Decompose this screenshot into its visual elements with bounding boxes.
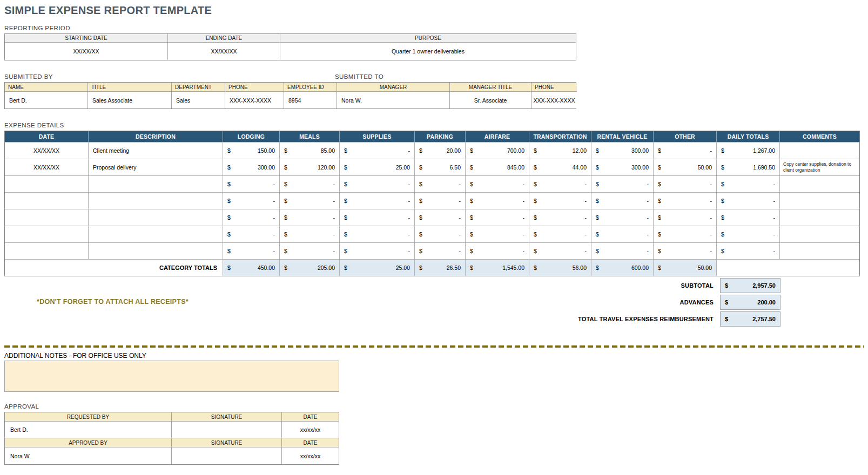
expense-date-cell[interactable]	[5, 175, 89, 192]
starting-date-cell[interactable]: XX/XX/XX	[5, 43, 168, 60]
expense-comments-cell[interactable]	[780, 226, 859, 242]
expense-rental-cell[interactable]: $-	[591, 175, 654, 192]
expense-comments-cell[interactable]	[780, 209, 859, 226]
expense-supplies-cell[interactable]: $-	[340, 209, 415, 226]
expense-rental-cell[interactable]: $-	[591, 209, 654, 226]
expense-other-cell[interactable]: $-	[654, 142, 717, 159]
expense-other-cell[interactable]: $-	[654, 242, 717, 259]
expense-daily-total-cell[interactable]: $-	[717, 175, 780, 192]
expense-transportation-cell[interactable]: $-	[529, 192, 591, 209]
expense-rental-cell[interactable]: $-	[591, 226, 654, 242]
expense-description-cell[interactable]	[89, 242, 223, 259]
expense-transportation-cell[interactable]: $-	[529, 242, 591, 259]
expense-comments-cell[interactable]	[780, 142, 859, 159]
expense-meals-cell[interactable]: $-	[280, 192, 340, 209]
expense-date-cell[interactable]	[5, 192, 89, 209]
employee-id-cell[interactable]: 8954	[284, 92, 337, 108]
expense-airfare-cell[interactable]: $700.00	[466, 142, 529, 159]
expense-parking-cell[interactable]: $-	[415, 209, 466, 226]
ending-date-cell[interactable]: XX/XX/XX	[168, 43, 280, 60]
expense-other-cell[interactable]: $50.00	[654, 159, 717, 175]
expense-transportation-cell[interactable]: $-	[529, 175, 591, 192]
approved-by-signature-cell[interactable]	[172, 447, 282, 464]
approved-by-name-cell[interactable]: Nora W.	[5, 447, 172, 464]
expense-supplies-cell[interactable]: $25.00	[340, 159, 415, 175]
expense-meals-cell[interactable]: $120.00	[280, 159, 340, 175]
expense-daily-total-cell[interactable]: $-	[717, 242, 780, 259]
expense-date-cell[interactable]: XX/XX/XX	[5, 159, 89, 175]
expense-parking-cell[interactable]: $-	[415, 192, 466, 209]
manager-cell[interactable]: Nora W.	[337, 92, 450, 108]
expense-lodging-cell[interactable]: $300.00	[223, 159, 280, 175]
expense-airfare-cell[interactable]: $-	[466, 175, 529, 192]
expense-rental-cell[interactable]: $-	[591, 242, 654, 259]
expense-other-cell[interactable]: $-	[654, 175, 717, 192]
expense-transportation-cell[interactable]: $-	[529, 226, 591, 242]
expense-airfare-cell[interactable]: $-	[466, 242, 529, 259]
advances-amount-cell[interactable]: $200.00	[720, 295, 780, 310]
phone-cell[interactable]: XXX-XXX-XXXX	[225, 92, 284, 108]
expense-supplies-cell[interactable]: $-	[340, 226, 415, 242]
expense-lodging-cell[interactable]: $-	[223, 209, 280, 226]
expense-daily-total-cell[interactable]: $1,690.50	[717, 159, 780, 175]
expense-lodging-cell[interactable]: $-	[223, 226, 280, 242]
expense-parking-cell[interactable]: $-	[415, 226, 466, 242]
expense-airfare-cell[interactable]: $-	[466, 226, 529, 242]
name-cell[interactable]: Bert D.	[5, 92, 88, 108]
approved-by-date-cell[interactable]: xx/xx/xx	[282, 447, 339, 464]
expense-comments-cell[interactable]	[780, 242, 859, 259]
expense-daily-total-cell[interactable]: $-	[717, 226, 780, 242]
expense-airfare-cell[interactable]: $845.00	[466, 159, 529, 175]
expense-parking-cell[interactable]: $-	[415, 175, 466, 192]
expense-supplies-cell[interactable]: $-	[340, 192, 415, 209]
expense-description-cell[interactable]: Proposal delivery	[89, 159, 223, 175]
expense-comments-cell[interactable]: Copy center supplies, donation to client…	[780, 159, 859, 175]
expense-parking-cell[interactable]: $20.00	[415, 142, 466, 159]
requested-by-name-cell[interactable]: Bert D.	[5, 422, 172, 438]
expense-airfare-cell[interactable]: $-	[466, 209, 529, 226]
manager-title-cell[interactable]: Sr. Associate	[450, 92, 531, 108]
title-cell[interactable]: Sales Associate	[88, 92, 172, 108]
expense-description-cell[interactable]	[89, 226, 223, 242]
expense-meals-cell[interactable]: $-	[280, 175, 340, 192]
expense-date-cell[interactable]	[5, 226, 89, 242]
expense-date-cell[interactable]: XX/XX/XX	[5, 142, 89, 159]
expense-lodging-cell[interactable]: $-	[223, 192, 280, 209]
expense-meals-cell[interactable]: $85.00	[280, 142, 340, 159]
expense-lodging-cell[interactable]: $-	[223, 242, 280, 259]
expense-transportation-cell[interactable]: $-	[529, 209, 591, 226]
expense-rental-cell[interactable]: $300.00	[591, 159, 654, 175]
expense-date-cell[interactable]	[5, 209, 89, 226]
expense-airfare-cell[interactable]: $-	[466, 192, 529, 209]
additional-notes-box[interactable]	[4, 361, 339, 392]
expense-other-cell[interactable]: $-	[654, 209, 717, 226]
expense-description-cell[interactable]	[89, 175, 223, 192]
expense-daily-total-cell[interactable]: $-	[717, 209, 780, 226]
department-cell[interactable]: Sales	[172, 92, 225, 108]
expense-daily-total-cell[interactable]: $-	[717, 192, 780, 209]
expense-description-cell[interactable]: Client meeting	[89, 142, 223, 159]
expense-meals-cell[interactable]: $-	[280, 209, 340, 226]
expense-description-cell[interactable]	[89, 209, 223, 226]
expense-parking-cell[interactable]: $6.50	[415, 159, 466, 175]
expense-meals-cell[interactable]: $-	[280, 242, 340, 259]
expense-meals-cell[interactable]: $-	[280, 226, 340, 242]
expense-lodging-cell[interactable]: $-	[223, 175, 280, 192]
expense-parking-cell[interactable]: $-	[415, 242, 466, 259]
expense-transportation-cell[interactable]: $12.00	[529, 142, 591, 159]
expense-supplies-cell[interactable]: $-	[340, 175, 415, 192]
expense-comments-cell[interactable]	[780, 192, 859, 209]
expense-lodging-cell[interactable]: $150.00	[223, 142, 280, 159]
expense-description-cell[interactable]	[89, 192, 223, 209]
expense-transportation-cell[interactable]: $44.00	[529, 159, 591, 175]
expense-rental-cell[interactable]: $-	[591, 192, 654, 209]
requested-by-date-cell[interactable]: xx/xx/xx	[282, 422, 339, 438]
expense-supplies-cell[interactable]: $-	[340, 242, 415, 259]
expense-rental-cell[interactable]: $300.00	[591, 142, 654, 159]
requested-by-signature-cell[interactable]	[172, 422, 282, 438]
expense-comments-cell[interactable]	[780, 175, 859, 192]
expense-other-cell[interactable]: $-	[654, 192, 717, 209]
expense-supplies-cell[interactable]: $-	[340, 142, 415, 159]
expense-daily-total-cell[interactable]: $1,267.00	[717, 142, 780, 159]
purpose-cell[interactable]: Quarter 1 owner deliverables	[280, 43, 576, 60]
